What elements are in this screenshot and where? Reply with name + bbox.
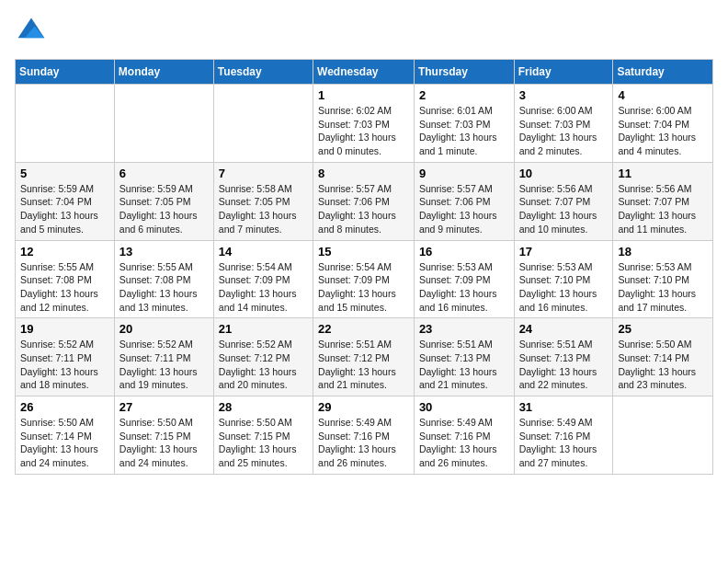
day-number: 9 (419, 167, 509, 180)
calendar-cell: 18Sunrise: 5:53 AMSunset: 7:10 PMDayligh… (613, 240, 713, 318)
page-header (15, 15, 713, 48)
day-number: 21 (219, 322, 308, 336)
calendar-cell: 14Sunrise: 5:54 AMSunset: 7:09 PMDayligh… (213, 240, 313, 318)
calendar-cell: 11Sunrise: 5:56 AMSunset: 7:07 PMDayligh… (613, 162, 713, 240)
weekday-header: Monday (114, 60, 213, 85)
calendar-table: SundayMondayTuesdayWednesdayThursdayFrid… (15, 59, 713, 475)
day-number: 12 (20, 245, 109, 259)
calendar-cell: 9Sunrise: 5:57 AMSunset: 7:06 PMDaylight… (414, 162, 514, 240)
day-number: 26 (20, 400, 109, 414)
calendar-cell: 4Sunrise: 6:00 AMSunset: 7:04 PMDaylight… (613, 85, 713, 163)
day-number: 7 (219, 167, 308, 180)
day-info: Sunrise: 5:53 AMSunset: 7:10 PMDaylight:… (618, 260, 708, 315)
calendar-cell (613, 396, 713, 475)
day-info: Sunrise: 5:49 AMSunset: 7:16 PMDaylight:… (318, 416, 409, 470)
day-number: 1 (318, 88, 409, 102)
day-number: 19 (20, 322, 109, 336)
calendar-cell: 16Sunrise: 5:53 AMSunset: 7:09 PMDayligh… (414, 240, 514, 318)
calendar-cell: 12Sunrise: 5:55 AMSunset: 7:08 PMDayligh… (16, 240, 115, 318)
day-info: Sunrise: 5:49 AMSunset: 7:16 PMDaylight:… (419, 416, 509, 470)
day-number: 31 (519, 400, 609, 414)
calendar-week-row: 19Sunrise: 5:52 AMSunset: 7:11 PMDayligh… (16, 318, 713, 396)
calendar-cell: 22Sunrise: 5:51 AMSunset: 7:12 PMDayligh… (313, 318, 415, 396)
day-number: 18 (618, 245, 708, 259)
weekday-header: Sunday (16, 60, 115, 85)
day-info: Sunrise: 5:52 AMSunset: 7:12 PMDaylight:… (219, 338, 308, 392)
day-info: Sunrise: 5:52 AMSunset: 7:11 PMDaylight:… (119, 338, 209, 392)
day-number: 10 (519, 167, 609, 180)
day-info: Sunrise: 5:53 AMSunset: 7:10 PMDaylight:… (519, 260, 609, 315)
day-info: Sunrise: 5:56 AMSunset: 7:07 PMDaylight:… (519, 182, 609, 236)
logo (15, 15, 51, 48)
day-number: 28 (219, 400, 308, 414)
calendar-week-row: 12Sunrise: 5:55 AMSunset: 7:08 PMDayligh… (16, 240, 713, 318)
day-info: Sunrise: 6:02 AMSunset: 7:03 PMDaylight:… (318, 104, 409, 158)
day-info: Sunrise: 5:51 AMSunset: 7:12 PMDaylight:… (318, 338, 409, 392)
calendar-cell: 20Sunrise: 5:52 AMSunset: 7:11 PMDayligh… (114, 318, 213, 396)
logo-icon (15, 15, 48, 48)
calendar-header-row: SundayMondayTuesdayWednesdayThursdayFrid… (16, 60, 713, 85)
calendar-cell: 1Sunrise: 6:02 AMSunset: 7:03 PMDaylight… (313, 85, 415, 163)
calendar-cell: 10Sunrise: 5:56 AMSunset: 7:07 PMDayligh… (514, 162, 613, 240)
day-number: 11 (618, 167, 708, 180)
day-info: Sunrise: 5:51 AMSunset: 7:13 PMDaylight:… (419, 338, 509, 392)
calendar-cell: 28Sunrise: 5:50 AMSunset: 7:15 PMDayligh… (213, 396, 313, 475)
weekday-header: Wednesday (313, 60, 415, 85)
calendar-cell: 8Sunrise: 5:57 AMSunset: 7:06 PMDaylight… (313, 162, 415, 240)
day-number: 25 (618, 322, 708, 336)
day-number: 14 (219, 245, 308, 259)
day-number: 4 (618, 88, 708, 102)
day-number: 29 (318, 400, 409, 414)
calendar-week-row: 5Sunrise: 5:59 AMSunset: 7:04 PMDaylight… (16, 162, 713, 240)
day-number: 2 (419, 88, 509, 102)
day-info: Sunrise: 6:00 AMSunset: 7:04 PMDaylight:… (618, 104, 708, 158)
day-info: Sunrise: 5:56 AMSunset: 7:07 PMDaylight:… (618, 182, 708, 236)
calendar-cell: 17Sunrise: 5:53 AMSunset: 7:10 PMDayligh… (514, 240, 613, 318)
day-number: 24 (519, 322, 609, 336)
day-number: 23 (419, 322, 509, 336)
calendar-week-row: 1Sunrise: 6:02 AMSunset: 7:03 PMDaylight… (16, 85, 713, 163)
day-number: 3 (519, 88, 609, 102)
calendar-cell: 5Sunrise: 5:59 AMSunset: 7:04 PMDaylight… (16, 162, 115, 240)
calendar-cell (213, 85, 313, 163)
day-info: Sunrise: 5:50 AMSunset: 7:15 PMDaylight:… (119, 416, 209, 470)
day-number: 6 (119, 167, 209, 180)
calendar-cell: 30Sunrise: 5:49 AMSunset: 7:16 PMDayligh… (414, 396, 514, 475)
calendar-cell: 19Sunrise: 5:52 AMSunset: 7:11 PMDayligh… (16, 318, 115, 396)
weekday-header: Thursday (414, 60, 514, 85)
day-number: 30 (419, 400, 509, 414)
calendar-cell (114, 85, 213, 163)
day-info: Sunrise: 5:55 AMSunset: 7:08 PMDaylight:… (20, 260, 109, 315)
day-info: Sunrise: 5:51 AMSunset: 7:13 PMDaylight:… (519, 338, 609, 392)
calendar-cell: 2Sunrise: 6:01 AMSunset: 7:03 PMDaylight… (414, 85, 514, 163)
day-number: 17 (519, 245, 609, 259)
day-info: Sunrise: 5:59 AMSunset: 7:05 PMDaylight:… (119, 182, 209, 236)
day-info: Sunrise: 5:50 AMSunset: 7:15 PMDaylight:… (219, 416, 308, 470)
weekday-header: Friday (514, 60, 613, 85)
day-info: Sunrise: 5:58 AMSunset: 7:05 PMDaylight:… (219, 182, 308, 236)
day-info: Sunrise: 5:59 AMSunset: 7:04 PMDaylight:… (20, 182, 109, 236)
day-info: Sunrise: 5:50 AMSunset: 7:14 PMDaylight:… (20, 416, 109, 470)
day-number: 15 (318, 245, 409, 259)
calendar-week-row: 26Sunrise: 5:50 AMSunset: 7:14 PMDayligh… (16, 396, 713, 475)
calendar-cell: 25Sunrise: 5:50 AMSunset: 7:14 PMDayligh… (613, 318, 713, 396)
day-number: 13 (119, 245, 209, 259)
calendar-cell: 3Sunrise: 6:00 AMSunset: 7:03 PMDaylight… (514, 85, 613, 163)
weekday-header: Saturday (613, 60, 713, 85)
day-number: 22 (318, 322, 409, 336)
day-info: Sunrise: 6:01 AMSunset: 7:03 PMDaylight:… (419, 104, 509, 158)
calendar-cell: 21Sunrise: 5:52 AMSunset: 7:12 PMDayligh… (213, 318, 313, 396)
calendar-cell: 7Sunrise: 5:58 AMSunset: 7:05 PMDaylight… (213, 162, 313, 240)
calendar-cell (16, 85, 115, 163)
day-info: Sunrise: 5:50 AMSunset: 7:14 PMDaylight:… (618, 338, 708, 392)
calendar-cell: 31Sunrise: 5:49 AMSunset: 7:16 PMDayligh… (514, 396, 613, 475)
weekday-header: Tuesday (213, 60, 313, 85)
day-info: Sunrise: 5:57 AMSunset: 7:06 PMDaylight:… (419, 182, 509, 236)
day-info: Sunrise: 5:57 AMSunset: 7:06 PMDaylight:… (318, 182, 409, 236)
day-info: Sunrise: 5:55 AMSunset: 7:08 PMDaylight:… (119, 260, 209, 315)
calendar-cell: 15Sunrise: 5:54 AMSunset: 7:09 PMDayligh… (313, 240, 415, 318)
calendar-cell: 24Sunrise: 5:51 AMSunset: 7:13 PMDayligh… (514, 318, 613, 396)
day-info: Sunrise: 6:00 AMSunset: 7:03 PMDaylight:… (519, 104, 609, 158)
day-number: 16 (419, 245, 509, 259)
day-info: Sunrise: 5:54 AMSunset: 7:09 PMDaylight:… (318, 260, 409, 315)
